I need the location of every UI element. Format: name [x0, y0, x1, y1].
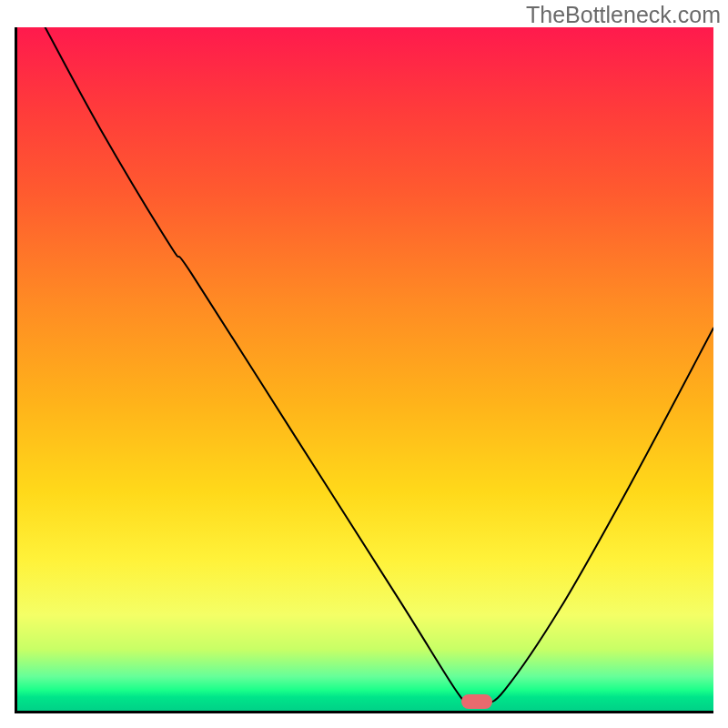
bottleneck-curve [46, 27, 713, 705]
chart-container: TheBottleneck.com [0, 0, 728, 728]
chart-plot-area [15, 27, 713, 713]
optimal-point-marker [461, 694, 492, 709]
curve-svg [17, 27, 713, 711]
watermark-text: TheBottleneck.com [526, 2, 721, 28]
